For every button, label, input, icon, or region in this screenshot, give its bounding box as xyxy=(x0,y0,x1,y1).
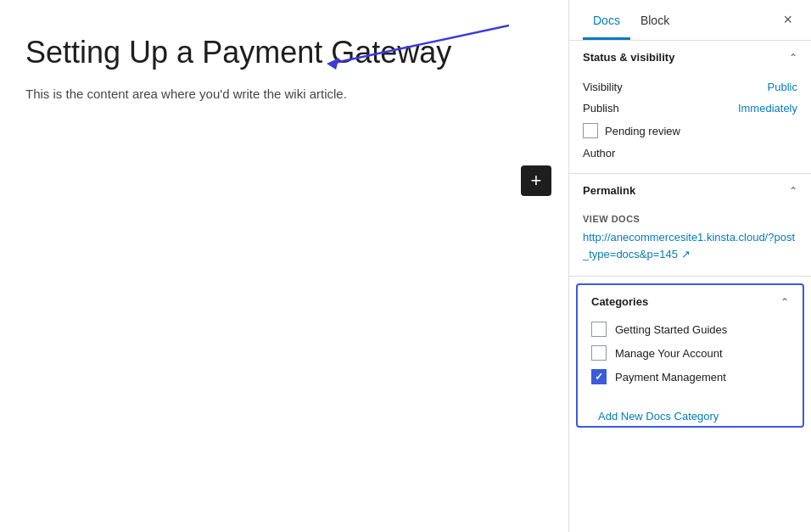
sidebar-tabs: Docs Block × xyxy=(569,0,811,41)
status-visibility-body: Visibility Public Publish Immediately Pe… xyxy=(569,74,811,173)
categories-body: Getting Started Guides Manage Your Accou… xyxy=(578,318,803,403)
permalink-title: Permalink xyxy=(583,184,635,197)
permalink-url[interactable]: http://anecommercesite1.kinsta.cloud/?po… xyxy=(583,229,797,262)
view-docs-label: VIEW DOCS xyxy=(583,214,797,224)
payment-management-label: Payment Management xyxy=(615,371,726,384)
author-label: Author xyxy=(583,147,797,160)
categories-title: Categories xyxy=(591,295,648,308)
chevron-up-icon-categories: ⌃ xyxy=(780,296,789,308)
categories-header[interactable]: Categories ⌃ xyxy=(578,285,803,318)
add-category-link[interactable]: Add New Docs Category xyxy=(578,403,803,426)
publish-value[interactable]: Immediately xyxy=(738,102,797,115)
status-visibility-title: Status & visibility xyxy=(583,51,674,64)
getting-started-checkbox[interactable] xyxy=(591,322,607,337)
visibility-value[interactable]: Public xyxy=(768,81,797,93)
category-item-getting-started: Getting Started Guides xyxy=(591,322,789,337)
category-item-manage-account: Manage Your Account xyxy=(591,345,789,361)
pending-review-row: Pending review xyxy=(583,123,797,138)
page-title: Setting Up a Payment Gateway xyxy=(25,34,534,70)
publish-label: Publish xyxy=(583,102,619,115)
tab-block[interactable]: Block xyxy=(630,2,680,39)
payment-management-checkbox[interactable] xyxy=(591,369,607,384)
tab-docs[interactable]: Docs xyxy=(583,2,630,39)
categories-section: Categories ⌃ Getting Started Guides Mana… xyxy=(576,283,804,428)
getting-started-label: Getting Started Guides xyxy=(615,323,727,336)
status-visibility-header[interactable]: Status & visibility ⌃ xyxy=(569,41,811,74)
permalink-header[interactable]: Permalink ⌃ xyxy=(569,174,811,207)
visibility-label: Visibility xyxy=(583,81,623,93)
pending-review-label: Pending review xyxy=(605,125,680,137)
permalink-body: VIEW DOCS http://anecommercesite1.kinsta… xyxy=(569,207,811,276)
manage-account-label: Manage Your Account xyxy=(615,347,723,360)
manage-account-checkbox[interactable] xyxy=(591,345,607,361)
main-content: Setting Up a Payment Gateway This is the… xyxy=(0,0,568,532)
chevron-up-icon: ⌃ xyxy=(789,52,797,64)
sidebar: Docs Block × Status & visibility ⌃ Visib… xyxy=(568,0,811,532)
close-button[interactable]: × xyxy=(778,8,797,32)
pending-review-checkbox[interactable] xyxy=(583,123,598,138)
publish-row: Publish Immediately xyxy=(583,102,797,115)
permalink-section: Permalink ⌃ VIEW DOCS http://anecommerce… xyxy=(569,174,811,277)
chevron-up-icon-permalink: ⌃ xyxy=(789,185,797,197)
visibility-row: Visibility Public xyxy=(583,81,797,93)
status-visibility-section: Status & visibility ⌃ Visibility Public … xyxy=(569,41,811,174)
page-body-text: This is the content area where you'd wri… xyxy=(25,84,534,104)
category-item-payment-management: Payment Management xyxy=(591,369,789,384)
add-block-button[interactable]: + xyxy=(521,165,551,196)
